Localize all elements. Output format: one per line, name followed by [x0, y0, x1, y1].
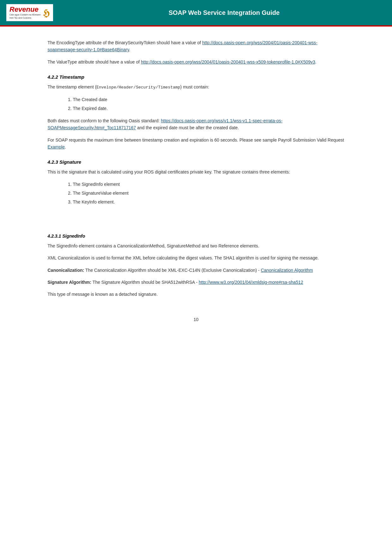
oasis-text-before: Both dates must conform to the following… [48, 118, 161, 123]
encoding-type-text-before: The EncodingType attribute of the Binary… [48, 40, 202, 45]
page-number: 10 [48, 317, 345, 322]
value-type-para: The ValueType attribute should have a va… [48, 58, 345, 65]
soap-text-before: For SOAP requests the maximum time betwe… [48, 137, 344, 143]
section-4231-heading: 4.2.3.1 SignedInfo [48, 234, 345, 239]
canonicalization-label: Canonicalization: [48, 268, 84, 273]
oasis-text-after: and the expired date must be after the c… [136, 125, 239, 130]
signature-algorithm-para: Signature Algorithm: The Signature Algor… [48, 279, 345, 286]
value-type-text-after: . [315, 59, 317, 64]
harp-icon: 𝕳 [43, 8, 50, 18]
signature-list: The SignedInfo element The SignatureValu… [73, 181, 345, 206]
logo-line1: Cáin agus Custaim na hÉireann [9, 14, 41, 16]
list-item: The Created date [73, 96, 345, 103]
list-item: The Expired date. [73, 105, 345, 112]
list-item: The KeyInfo element. [73, 198, 345, 205]
section-423-heading: 4.2.3 Signature [48, 159, 345, 165]
logo-revenue-text: Revenue [9, 6, 41, 13]
header-title: SOAP Web Service Integration Guide [63, 9, 386, 16]
logo-container: Revenue Cáin agus Custaim na hÉireann Ir… [6, 4, 53, 21]
canonicalization-algorithm-link[interactable]: Canonicalization Algorithm [261, 268, 313, 273]
logo-box: Revenue Cáin agus Custaim na hÉireann Ir… [6, 4, 53, 21]
rsa-sha512-link[interactable]: http://www.w3.org/2001/04/xmldsig-more#r… [199, 280, 303, 285]
page-header: Revenue Cáin agus Custaim na hÉireann Ir… [0, 0, 392, 25]
value-type-link[interactable]: http://docs.oasis-open.org/wss/2004/01/o… [141, 59, 315, 64]
list-item: The SignatureValue element [73, 190, 345, 197]
detached-signature-para: This type of message is known as a detac… [48, 291, 345, 298]
canonicalization-text: The Canonicalization Algorithm should be… [84, 268, 261, 273]
encoding-type-para: The EncodingType attribute of the Binary… [48, 39, 345, 53]
timestamp-list: The Created date The Expired date. [73, 96, 345, 112]
soap-request-para: For SOAP requests the maximum time betwe… [48, 137, 345, 151]
logo-line2: Irish Tax and Customs [9, 17, 41, 19]
timestamp-text-after: ) must contain: [180, 84, 209, 89]
signedinfo-para2: XML Canonicalization is used to format t… [48, 254, 345, 261]
example-link[interactable]: Example [48, 144, 65, 149]
signature-algorithm-text: The Signature Algorithm should be SHA512… [91, 280, 199, 285]
encoding-type-text-after: . [129, 47, 130, 52]
timestamp-text-before: The timestamp element ( [48, 84, 97, 89]
value-type-text-before: The ValueType attribute should have a va… [48, 59, 141, 64]
signedinfo-para1: The SignedInfo element contains a Canoni… [48, 242, 345, 249]
section-422-heading: 4.2.2 Timestamp [48, 74, 345, 80]
timestamp-intro-para: The timestamp element (Envelope/Header/S… [48, 83, 345, 91]
canonicalization-para: Canonicalization: The Canonicalization A… [48, 267, 345, 274]
main-content: The EncodingType attribute of the Binary… [22, 27, 370, 335]
signature-algorithm-label: Signature Algorithm: [48, 280, 92, 285]
signature-intro-para: This is the signature that is calculated… [48, 168, 345, 175]
list-item: The SignedInfo element [73, 181, 345, 188]
oasis-standard-para: Both dates must conform to the following… [48, 117, 345, 131]
timestamp-code: Envelope/Header/Security/Timestamp [96, 85, 180, 90]
soap-text-after: . [65, 144, 66, 149]
